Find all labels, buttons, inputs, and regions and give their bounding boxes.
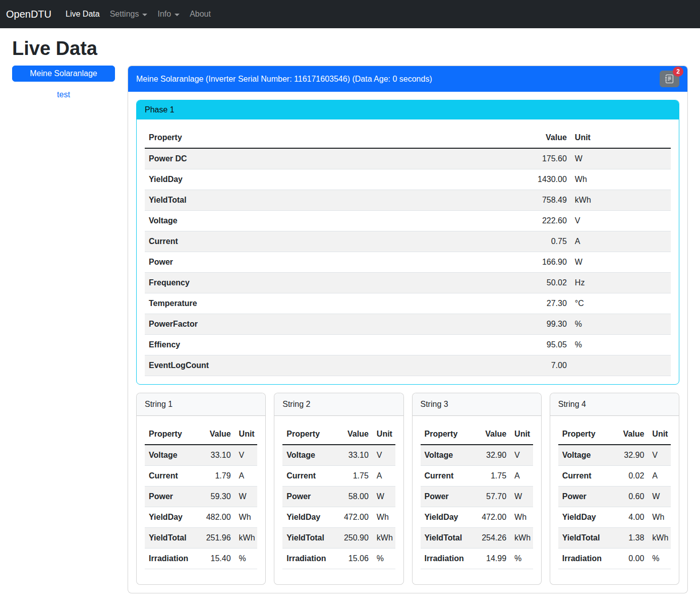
- nav-item-label: Settings: [110, 8, 139, 20]
- value-cell: 99.30: [460, 314, 571, 335]
- table-row: Effiency95.05%: [145, 335, 671, 355]
- property-cell: Power: [145, 252, 460, 273]
- eventlog-button[interactable]: 2: [660, 71, 679, 87]
- unit-cell: %: [510, 549, 533, 569]
- column-header-value: Value: [339, 424, 373, 445]
- unit-cell: %: [373, 549, 395, 569]
- column-header-property: Property: [558, 424, 615, 445]
- table-row: YieldTotal251.96kWh: [145, 528, 257, 549]
- unit-cell: °C: [571, 293, 671, 314]
- nav-item-label: About: [190, 8, 211, 20]
- unit-cell: %: [571, 314, 671, 335]
- chevron-down-icon: [174, 14, 180, 16]
- phase-table: Property Value Unit Power DC175.60WYield…: [145, 128, 671, 376]
- string-card-title: String 3: [413, 393, 541, 416]
- value-cell: 59.30: [201, 487, 235, 507]
- property-cell: YieldTotal: [558, 528, 615, 549]
- value-cell: 7.00: [460, 355, 571, 376]
- table-row: YieldDay4.00Wh: [558, 507, 671, 528]
- unit-cell: Wh: [648, 507, 671, 528]
- table-row: Power DC175.60W: [145, 148, 671, 169]
- table-row: YieldDay472.00Wh: [421, 507, 533, 528]
- value-cell: 472.00: [339, 507, 373, 528]
- inverter-card-title: Meine Solaranlage (Inverter Serial Numbe…: [136, 73, 432, 85]
- value-cell: 250.90: [339, 528, 373, 549]
- table-header-row: PropertyValueUnit: [421, 424, 533, 445]
- value-cell: 251.96: [201, 528, 235, 549]
- property-cell: Power DC: [145, 148, 460, 169]
- string-card: String 3PropertyValueUnitVoltage32.90VCu…: [412, 393, 542, 585]
- page-container: Live Data Meine Solaranlage test Meine S…: [0, 37, 700, 593]
- nav-item-settings[interactable]: Settings: [105, 4, 153, 24]
- unit-cell: W: [373, 487, 395, 507]
- value-cell: 1.75: [477, 466, 510, 487]
- value-cell: 1.79: [201, 466, 235, 487]
- nav-item-about[interactable]: About: [185, 4, 216, 24]
- inverter-select-button-selected[interactable]: Meine Solaranlage: [12, 66, 115, 82]
- value-cell: 166.90: [460, 252, 571, 273]
- table-row: Irradiation15.40%: [145, 549, 257, 569]
- string-table: PropertyValueUnitVoltage33.10VCurrent1.7…: [282, 424, 395, 569]
- unit-cell: kWh: [373, 528, 395, 549]
- table-row: EventLogCount7.00: [145, 355, 671, 376]
- value-cell: 0.02: [614, 466, 648, 487]
- value-cell: 472.00: [477, 507, 510, 528]
- unit-cell: [571, 355, 671, 376]
- table-row: YieldTotal758.49kWh: [145, 190, 671, 211]
- property-cell: Effiency: [145, 335, 460, 355]
- nav-item-live-data[interactable]: Live Data: [61, 4, 105, 24]
- inverter-select-link-test[interactable]: test: [12, 89, 115, 101]
- property-cell: YieldTotal: [145, 528, 201, 549]
- table-row: Current1.79A: [145, 466, 257, 487]
- table-row: Current0.75A: [145, 231, 671, 252]
- table-row: Power58.00W: [282, 487, 395, 507]
- value-cell: 4.00: [614, 507, 648, 528]
- property-cell: Current: [282, 466, 339, 487]
- property-cell: Irradiation: [145, 549, 201, 569]
- unit-cell: %: [648, 549, 671, 569]
- property-cell: EventLogCount: [145, 355, 460, 376]
- unit-cell: Wh: [510, 507, 533, 528]
- chevron-down-icon: [142, 14, 147, 16]
- value-cell: 758.49: [460, 190, 571, 211]
- table-row: Power59.30W: [145, 487, 257, 507]
- column-header-unit: Unit: [648, 424, 671, 445]
- navbar-brand[interactable]: OpenDTU: [6, 7, 51, 22]
- phase-card: Phase 1 Property Value Unit: [136, 100, 679, 385]
- table-row: Voltage32.90V: [421, 445, 533, 466]
- table-header-row: Property Value Unit: [145, 128, 671, 148]
- unit-cell: V: [571, 211, 671, 231]
- value-cell: 0.60: [614, 487, 648, 507]
- nav-item-info[interactable]: Info: [152, 4, 185, 24]
- table-row: Temperature27.30°C: [145, 293, 671, 314]
- property-cell: YieldTotal: [282, 528, 339, 549]
- value-cell: 0.00: [614, 549, 648, 569]
- value-cell: 33.10: [201, 445, 235, 466]
- table-row: Irradiation14.99%: [421, 549, 533, 569]
- table-row: YieldTotal1.38kWh: [558, 528, 671, 549]
- column-header-value: Value: [201, 424, 235, 445]
- property-cell: Temperature: [145, 293, 460, 314]
- property-cell: Frequency: [145, 273, 460, 293]
- page-title: Live Data: [12, 37, 688, 59]
- table-row: YieldDay472.00Wh: [282, 507, 395, 528]
- value-cell: 1.75: [339, 466, 373, 487]
- column-header-value: Value: [614, 424, 648, 445]
- unit-cell: kWh: [571, 190, 671, 211]
- unit-cell: V: [648, 445, 671, 466]
- string-card: String 1PropertyValueUnitVoltage33.10VCu…: [136, 393, 266, 585]
- value-cell: 32.90: [614, 445, 648, 466]
- unit-cell: Wh: [373, 507, 395, 528]
- value-cell: 0.75: [460, 231, 571, 252]
- table-row: Voltage33.10V: [145, 445, 257, 466]
- value-cell: 32.90: [477, 445, 510, 466]
- value-cell: 50.02: [460, 273, 571, 293]
- property-cell: YieldDay: [282, 507, 339, 528]
- column-header-property: Property: [282, 424, 339, 445]
- property-cell: YieldDay: [145, 507, 201, 528]
- value-cell: 95.05: [460, 335, 571, 355]
- unit-cell: A: [648, 466, 671, 487]
- table-row: Voltage33.10V: [282, 445, 395, 466]
- property-cell: Power: [145, 487, 201, 507]
- value-cell: 15.40: [201, 549, 235, 569]
